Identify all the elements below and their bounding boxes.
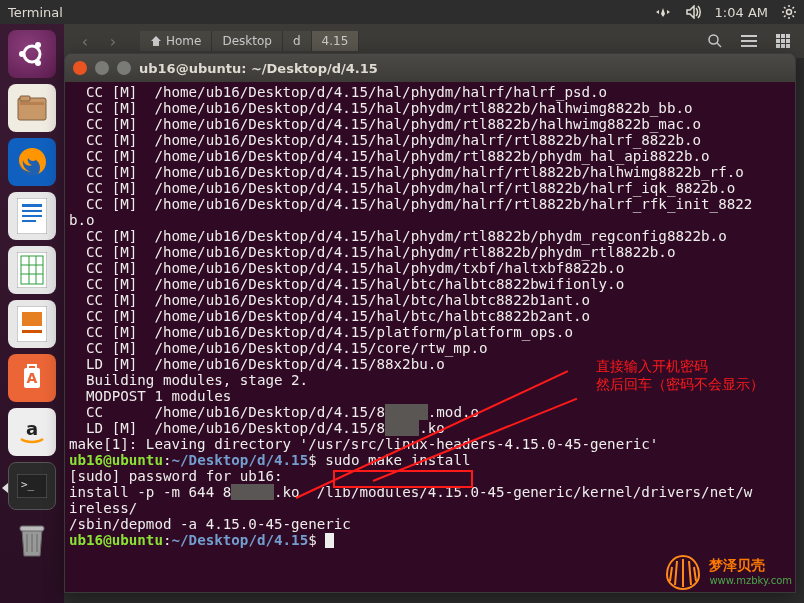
grid-view-icon[interactable] bbox=[772, 30, 794, 52]
gear-icon[interactable] bbox=[782, 5, 796, 19]
svg-rect-2 bbox=[741, 35, 757, 37]
svg-rect-20 bbox=[20, 102, 44, 105]
trash-icon[interactable] bbox=[8, 516, 56, 564]
out-line: LD [M] /home/ub16/Desktop/d/4.15/88x2bu.… bbox=[69, 356, 445, 372]
window-title: ub16@ubuntu: ~/Desktop/d/4.15 bbox=[139, 61, 378, 76]
svg-text:A: A bbox=[27, 370, 38, 386]
svg-point-15 bbox=[19, 51, 25, 57]
prompt-user: ub16@ubuntu bbox=[69, 452, 163, 468]
svg-point-1 bbox=[709, 35, 718, 44]
libreoffice-writer-icon[interactable] bbox=[8, 192, 56, 240]
out-line: CC [M] /home/ub16/Desktop/d/4.15/hal/btc… bbox=[69, 276, 624, 292]
watermark-title: 梦泽贝壳 bbox=[709, 557, 792, 575]
prompt-sep: : bbox=[163, 452, 172, 468]
prompt-sep: : bbox=[163, 532, 172, 548]
forward-button[interactable]: › bbox=[102, 30, 124, 52]
blurred-text: xxxx bbox=[385, 420, 419, 436]
list-view-icon[interactable] bbox=[738, 30, 760, 52]
prompt-end: $ bbox=[308, 532, 317, 548]
libreoffice-calc-icon[interactable] bbox=[8, 246, 56, 294]
out-line: LD [M] /home/ub16/Desktop/d/4.15/8 bbox=[69, 420, 385, 436]
out-line: CC [M] /home/ub16/Desktop/d/4.15/hal/btc… bbox=[69, 292, 590, 308]
cursor bbox=[325, 533, 334, 548]
svg-rect-12 bbox=[781, 44, 785, 48]
svg-rect-19 bbox=[20, 96, 30, 101]
breadcrumb-label: Home bbox=[166, 34, 201, 48]
svg-rect-4 bbox=[741, 45, 757, 47]
firefox-icon[interactable] bbox=[8, 138, 56, 186]
svg-rect-3 bbox=[741, 40, 757, 42]
blurred-text: xxxxx bbox=[231, 484, 274, 500]
annotation-text-2: 然后回车（密码不会显示） bbox=[596, 376, 764, 394]
out-line: CC [M] /home/ub16/Desktop/d/4.15/hal/btc… bbox=[69, 308, 590, 324]
out-line: /sbin/depmod -a 4.15.0-45-generic bbox=[69, 516, 351, 532]
svg-rect-23 bbox=[22, 204, 42, 207]
svg-rect-13 bbox=[786, 44, 790, 48]
terminal-launcher-icon[interactable]: >_ bbox=[8, 462, 56, 510]
files-icon[interactable] bbox=[8, 84, 56, 132]
svg-point-14 bbox=[24, 46, 40, 62]
breadcrumb: Home Desktop d 4.15 bbox=[140, 31, 359, 51]
svg-rect-24 bbox=[22, 210, 42, 212]
window-maximize-button[interactable] bbox=[117, 61, 131, 75]
out-line: ireless/ bbox=[69, 500, 137, 516]
libreoffice-impress-icon[interactable] bbox=[8, 300, 56, 348]
watermark: 梦泽贝壳 www.mzbky.com bbox=[663, 551, 792, 591]
svg-rect-26 bbox=[22, 220, 36, 222]
blurred-text: xxxxx bbox=[385, 404, 428, 420]
svg-point-16 bbox=[35, 42, 41, 48]
out-line: CC [M] /home/ub16/Desktop/d/4.15/hal/phy… bbox=[69, 228, 727, 244]
svg-rect-25 bbox=[22, 215, 42, 217]
terminal-window: ub16@ubuntu: ~/Desktop/d/4.15 CC [M] /ho… bbox=[64, 53, 796, 593]
unity-launcher: A a >_ bbox=[0, 24, 64, 603]
out-line: CC [M] /home/ub16/Desktop/d/4.15/hal/phy… bbox=[69, 116, 701, 132]
svg-rect-7 bbox=[786, 34, 790, 38]
annotation-box bbox=[333, 470, 473, 488]
amazon-icon[interactable]: a bbox=[8, 408, 56, 456]
window-titlebar[interactable]: ub16@ubuntu: ~/Desktop/d/4.15 bbox=[65, 54, 795, 82]
svg-rect-6 bbox=[781, 34, 785, 38]
volume-icon[interactable] bbox=[685, 5, 701, 19]
out-line: CC [M] /home/ub16/Desktop/d/4.15/hal/phy… bbox=[69, 244, 675, 260]
out-line: CC [M] /home/ub16/Desktop/d/4.15/platfor… bbox=[69, 324, 573, 340]
svg-rect-8 bbox=[776, 39, 780, 43]
out-line: CC [M] /home/ub16/Desktop/d/4.15/hal/phy… bbox=[69, 196, 752, 212]
out-line: make[1]: Leaving directory '/usr/src/lin… bbox=[69, 436, 658, 452]
svg-rect-37 bbox=[20, 526, 44, 531]
out-line: CC /home/ub16/Desktop/d/4.15/8 bbox=[69, 404, 385, 420]
svg-point-17 bbox=[35, 60, 41, 66]
prompt-path: ~/Desktop/d/4.15 bbox=[172, 532, 309, 548]
svg-rect-10 bbox=[786, 39, 790, 43]
svg-rect-31 bbox=[22, 330, 42, 333]
out-line: CC [M] /home/ub16/Desktop/d/4.15/hal/phy… bbox=[69, 84, 607, 100]
annotation-text-1: 直接输入开机密码 bbox=[596, 358, 708, 376]
out-line: CC [M] /home/ub16/Desktop/d/4.15/hal/phy… bbox=[69, 132, 701, 148]
search-icon[interactable] bbox=[704, 30, 726, 52]
breadcrumb-desktop[interactable]: Desktop bbox=[212, 31, 283, 51]
svg-point-0 bbox=[787, 10, 792, 15]
out-suffix: .mod.o bbox=[428, 404, 479, 420]
svg-rect-30 bbox=[22, 312, 42, 326]
svg-rect-9 bbox=[781, 39, 785, 43]
breadcrumb-d[interactable]: d bbox=[283, 31, 312, 51]
prompt-end: $ bbox=[308, 452, 317, 468]
out-line: CC [M] /home/ub16/Desktop/d/4.15/hal/phy… bbox=[69, 260, 624, 276]
out-line: b.o bbox=[69, 212, 95, 228]
svg-text:a: a bbox=[26, 418, 38, 439]
window-minimize-button[interactable] bbox=[95, 61, 109, 75]
breadcrumb-home[interactable]: Home bbox=[140, 31, 212, 51]
command: sudo make install bbox=[325, 452, 470, 468]
network-icon[interactable] bbox=[655, 5, 671, 19]
dash-icon[interactable] bbox=[8, 30, 56, 78]
prompt-path: ~/Desktop/d/4.15 bbox=[172, 452, 309, 468]
clock[interactable]: 1:04 AM bbox=[715, 5, 768, 20]
breadcrumb-415[interactable]: 4.15 bbox=[312, 31, 360, 51]
prompt-user: ub16@ubuntu bbox=[69, 532, 163, 548]
out-line: CC [M] /home/ub16/Desktop/d/4.15/hal/phy… bbox=[69, 148, 710, 164]
ubuntu-software-icon[interactable]: A bbox=[8, 354, 56, 402]
svg-rect-5 bbox=[776, 34, 780, 38]
window-close-button[interactable] bbox=[73, 61, 87, 75]
out-line: [sudo] password for ub16: bbox=[69, 468, 283, 484]
back-button[interactable]: ‹ bbox=[74, 30, 96, 52]
out-line: install -p -m 644 8 bbox=[69, 484, 231, 500]
